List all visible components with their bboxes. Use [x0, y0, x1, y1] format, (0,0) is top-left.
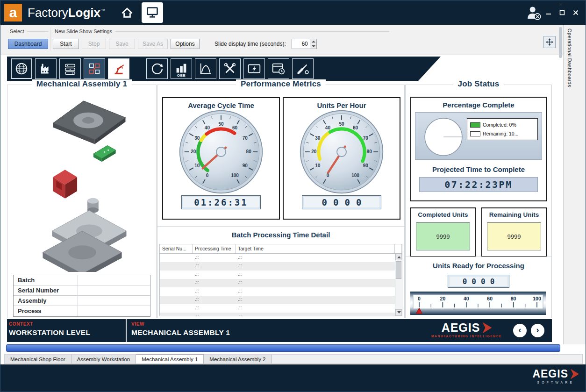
save-button[interactable]: Save — [109, 39, 135, 49]
dashboards-view-button[interactable] — [142, 2, 163, 23]
operational-dashboards-tab[interactable]: Operational Dashboards — [567, 29, 572, 87]
batch-table-row[interactable]: .::.:: — [160, 254, 395, 262]
window-controls — [545, 10, 579, 15]
next-slide-button[interactable]: › — [531, 324, 544, 337]
maintenance-button[interactable] — [219, 58, 241, 79]
scroll-up-arrow-icon[interactable] — [395, 254, 402, 260]
spc-analysis-button[interactable] — [195, 58, 216, 79]
global-view-button[interactable] — [11, 58, 32, 79]
gauge-title: Units Per Hour — [284, 101, 400, 109]
svg-text:100: 100 — [351, 173, 359, 178]
options-button[interactable]: Options — [171, 39, 200, 49]
spinner-down-button[interactable] — [310, 44, 316, 49]
svg-text:70: 70 — [243, 135, 248, 141]
close-button[interactable] — [572, 10, 579, 15]
schedule-button[interactable] — [268, 58, 289, 79]
aegis-tagline: MANUFACTURING INTELLIGENCE — [431, 335, 502, 338]
batch-table-row[interactable]: .::.:: — [160, 304, 395, 313]
assembly-line-icon — [62, 61, 78, 77]
line-view-button[interactable] — [59, 58, 81, 79]
batch-table-cell: .:: — [193, 254, 236, 262]
units-ready-title: Units Ready for Processing — [406, 262, 551, 270]
svg-text:90: 90 — [243, 163, 248, 168]
chevron-right-icon: › — [536, 325, 539, 335]
svg-text:100: 100 — [533, 296, 541, 301]
robot-cell-view-button[interactable] — [108, 58, 129, 79]
batch-table-scrollbar[interactable] — [395, 254, 402, 316]
batch-table-cell: .:: — [193, 279, 236, 287]
oee-button[interactable]: OEE — [171, 58, 192, 79]
horizontal-scrollbar[interactable] — [6, 344, 560, 352]
context-block: CONTEXT WORKSTATION LEVEL — [9, 321, 124, 337]
tab-mechanical-assembly-2[interactable]: Mechanical Assembly 2 — [204, 355, 272, 363]
title-bar: a FactoryLogix™ — [0, 0, 586, 25]
section-divider — [406, 256, 551, 257]
column-header-serial[interactable]: Serial Nu... — [160, 244, 193, 253]
svg-text:20: 20 — [440, 296, 446, 301]
batch-table-cell: .:: — [236, 271, 395, 279]
user-session-button[interactable] — [524, 4, 543, 22]
cycle-time-button[interactable] — [146, 58, 168, 79]
info-row: Batch — [14, 275, 150, 285]
home-button[interactable] — [116, 2, 138, 23]
previous-slide-button[interactable]: ‹ — [513, 324, 527, 337]
info-row: Assembly — [14, 296, 150, 306]
toolbar-angled-edge — [418, 57, 441, 81]
remaining-units-value: 9999 — [487, 222, 541, 250]
gauge-dial: 0102030405060708090100 — [299, 109, 384, 194]
maximize-button[interactable] — [559, 10, 565, 15]
operational-dashboards-rail: Operational Dashboards — [563, 25, 586, 344]
batch-table-cell — [160, 287, 193, 296]
batch-table-row[interactable]: .::.:: — [160, 271, 395, 279]
tab-strip-close-button[interactable]: × — [559, 1, 562, 8]
scroll-down-arrow-icon[interactable] — [395, 309, 402, 316]
svg-text:30: 30 — [194, 135, 200, 141]
slide-time-input[interactable]: 60 — [292, 39, 310, 49]
save-as-button[interactable]: Save As — [138, 39, 168, 49]
equipment-power-button[interactable] — [243, 58, 265, 79]
scrollbar-thumb[interactable] — [396, 261, 401, 279]
batch-table-cell — [160, 254, 193, 262]
batch-table-cell — [160, 296, 193, 304]
tab-mechanical-assembly-1[interactable]: Mechanical Assembly 1 — [136, 354, 204, 363]
factory-view-button[interactable] — [35, 58, 57, 79]
batch-table-row[interactable]: .::.:: — [160, 296, 395, 304]
robot-arm-icon — [111, 61, 127, 77]
batch-table-cell: .:: — [193, 304, 236, 313]
column-header-target-time[interactable]: Target Time — [236, 244, 395, 253]
spinner-up-button[interactable] — [310, 39, 316, 44]
tab-assembly-workstation[interactable]: Assembly Workstation — [71, 355, 136, 363]
tab-mechanical-shop-floor[interactable]: Mechanical Shop Floor — [5, 355, 71, 363]
dashboard-context-bar: CONTEXT WORKSTATION LEVEL VIEW MECHANICA… — [7, 319, 552, 342]
info-row: Serial Number — [14, 285, 150, 296]
svg-text:80: 80 — [511, 296, 516, 301]
slideshow-group-label: New Slide Show Settings — [55, 29, 112, 34]
app-logo-letter: a — [9, 5, 17, 21]
stop-button[interactable]: Stop — [82, 39, 106, 49]
pan-layout-button[interactable] — [543, 36, 556, 48]
batch-table-cell: .:: — [193, 262, 236, 271]
dashboard-button[interactable]: Dashboard — [8, 39, 48, 49]
horizontal-scrollbar-thumb[interactable] — [6, 344, 560, 352]
column-header-spacer — [395, 244, 402, 253]
minimize-button[interactable] — [545, 10, 552, 15]
batch-table-row[interactable]: .::.:: — [160, 287, 395, 296]
start-button[interactable]: Start — [53, 39, 79, 49]
batch-table-row[interactable]: .::.:: — [160, 279, 395, 287]
section-divider — [157, 226, 404, 227]
slide-time-spinner: 60 — [292, 39, 317, 49]
svg-text:50: 50 — [339, 121, 344, 127]
batch-table-row[interactable]: .::.:: — [160, 313, 395, 316]
column-header-processing-time[interactable]: Processing Time — [193, 244, 236, 253]
batch-table-row[interactable]: .::.:: — [160, 262, 395, 271]
legend-swatch — [470, 131, 480, 136]
batch-table-cell: .:: — [236, 304, 395, 313]
select-group-label: Select — [10, 29, 24, 34]
workstation-view-button[interactable] — [84, 58, 105, 79]
tooling-button[interactable] — [292, 58, 314, 79]
ribbon-group-divider — [50, 28, 50, 51]
batch-table-cell: .:: — [236, 313, 395, 316]
aegis-footer-tagline: SOFTWARE — [532, 381, 579, 384]
rail-scrollbar-thumb[interactable] — [559, 27, 562, 58]
percentage-complete-title: Percentage Complete — [411, 101, 546, 109]
